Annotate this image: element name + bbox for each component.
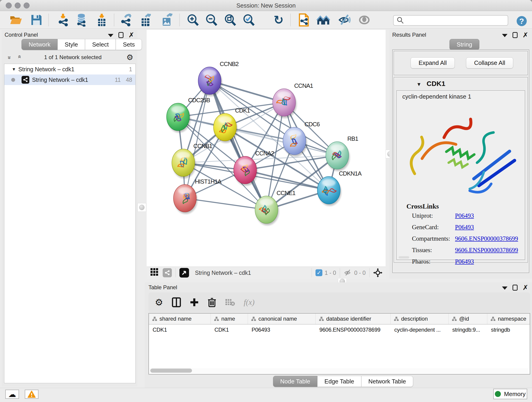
zoom-in-button[interactable] [186, 13, 200, 27]
table-options-gear-icon[interactable]: ⚙ [155, 297, 163, 307]
node-CDKN1A[interactable]: CDKN1A [317, 170, 362, 206]
column-header-databaseidentifier[interactable]: database identifier [316, 313, 391, 324]
tab-style[interactable]: Style [57, 39, 85, 50]
column-header-sharedname[interactable]: shared name [149, 313, 211, 324]
control-panel-menu-icon[interactable] [108, 34, 114, 37]
table-panel-menu-icon[interactable] [502, 287, 507, 290]
cloud-status-button[interactable]: ☁ [5, 390, 19, 399]
memory-label: Memory [504, 390, 526, 398]
title-bar: Session: New Session [0, 0, 532, 11]
left-splitter-handle[interactable] [138, 203, 146, 212]
crosslink-row: Compartments:9606.ENSP00000378699 [412, 235, 520, 242]
node-CCNE1[interactable]: CCNE1 [255, 190, 296, 225]
node-CCNA1[interactable]: CCNA1 [273, 82, 313, 118]
column-type-icon [214, 317, 219, 321]
selected-checkbox-icon[interactable]: ✓ [316, 269, 322, 276]
network-row[interactable]: String Network – cdk1 11 48 [4, 75, 135, 85]
table-cell[interactable]: P06493 [248, 325, 316, 335]
import-network-file-button[interactable] [57, 13, 71, 27]
expand-all-button[interactable]: Expand All [411, 57, 455, 69]
tab-network-table[interactable]: Network Table [361, 376, 413, 387]
results-panel-close-icon[interactable]: ✗ [523, 32, 528, 38]
hidden-eye-slash-icon[interactable] [344, 269, 352, 276]
edge-CCNB2-CCNE1[interactable] [210, 81, 266, 210]
results-hscrollbar-thumb[interactable] [399, 256, 409, 259]
table-cell[interactable]: stringdb [487, 325, 530, 335]
zoom-out-button[interactable] [204, 13, 218, 27]
column-header-namespace[interactable]: namespace [487, 313, 530, 324]
save-session-button[interactable] [29, 13, 44, 27]
table-row[interactable]: CDK1CDK1P064939606.ENSP00000378699cyclin… [149, 325, 530, 335]
tab-node-table[interactable]: Node Table [273, 376, 317, 387]
memory-button[interactable]: Memory [493, 389, 527, 399]
collection-disclosure-icon[interactable]: ▾ [13, 66, 15, 72]
results-panel-float-icon[interactable] [513, 32, 518, 38]
control-panel-float-icon[interactable] [119, 32, 123, 38]
zoom-selected-button[interactable] [241, 13, 256, 27]
table-hscrollbar[interactable] [149, 368, 529, 373]
collection-count: 1 [129, 66, 132, 73]
control-panel-close-icon[interactable]: ✗ [128, 32, 134, 38]
open-session-button[interactable] [9, 13, 23, 27]
hide-selection-button[interactable] [337, 13, 352, 27]
table-cell[interactable]: stringdb:9... [449, 325, 487, 335]
tab-edge-table[interactable]: Edge Table [317, 376, 361, 387]
column-header-name[interactable]: name [211, 313, 248, 324]
warnings-button[interactable] [25, 390, 38, 399]
tab-sets[interactable]: Sets [116, 39, 142, 50]
delete-column-trash-icon[interactable] [208, 297, 216, 307]
import-network-database-button[interactable] [75, 13, 89, 27]
node-RB1[interactable]: RB1 [326, 135, 358, 171]
collapse-all-button[interactable]: Collapse All [466, 57, 513, 69]
expand-all-networks-icon[interactable]: » [16, 56, 23, 58]
first-neighbors-button[interactable] [317, 13, 331, 27]
table-cell[interactable]: cyclin-dependent ... [391, 325, 449, 335]
gene-disclosure-icon[interactable]: ▾ [418, 81, 420, 88]
zoom-fit-button[interactable] [223, 13, 237, 27]
crosslink-value-link[interactable]: P06493 [455, 212, 474, 219]
network-options-gear-icon[interactable]: ⚙ [127, 53, 133, 62]
function-builder-icon[interactable]: f(x) [244, 298, 254, 307]
table-panel-close-icon[interactable]: ✗ [523, 285, 528, 291]
node-CDK1[interactable]: CDK1 [214, 107, 250, 143]
add-column-icon[interactable] [190, 298, 199, 307]
node-CCNB2[interactable]: CCNB2 [198, 61, 239, 96]
delete-table-icon[interactable] [225, 298, 235, 306]
collapse-all-networks-icon[interactable]: » [6, 56, 13, 58]
table-cell[interactable]: 9606.ENSP00000378699 [316, 325, 391, 335]
crosslink-value-link[interactable]: 9606.ENSP00000378699 [455, 247, 518, 254]
column-header-description[interactable]: description [391, 313, 449, 324]
results-panel-menu-icon[interactable] [502, 34, 507, 37]
crosslink-value-link[interactable]: P06493 [455, 224, 474, 231]
tab-select[interactable]: Select [85, 39, 116, 50]
export-network-button[interactable] [120, 13, 134, 27]
import-table-file-button[interactable] [95, 13, 109, 27]
pan-crosshair-icon[interactable] [373, 268, 382, 277]
help-button[interactable]: ? [517, 16, 527, 26]
crosslink-value-link[interactable]: 9606.ENSP00000378699 [455, 235, 518, 242]
apply-layout-button[interactable]: ↻ [272, 13, 286, 27]
column-header-id[interactable]: @id [449, 313, 487, 324]
table-panel-title: Table Panel [148, 284, 177, 291]
network-canvas[interactable]: CCNB2CCNA1CDC25BCDK1CDC6RB1CCNB1CCNA2CDK… [147, 30, 386, 267]
network-share-icon[interactable] [163, 268, 172, 277]
table-cell[interactable]: CDK1 [149, 325, 211, 335]
show-columns-icon[interactable] [172, 297, 181, 307]
table-cell[interactable]: CDK1 [211, 325, 248, 335]
node-HIST1H1A[interactable]: HIST1H1A [173, 178, 222, 214]
node-CDC6[interactable]: CDC6 [283, 121, 320, 157]
open-in-window-icon[interactable] [179, 268, 189, 278]
export-table-button[interactable] [139, 13, 153, 27]
show-all-button[interactable] [357, 13, 371, 27]
search-input[interactable] [404, 17, 508, 24]
column-header-canonicalname[interactable]: canonical name [248, 313, 316, 324]
tab-network[interactable]: Network [22, 39, 57, 50]
crosslink-value-link[interactable]: P06493 [455, 258, 474, 265]
column-type-icon [394, 317, 399, 321]
birdseye-grid-icon[interactable] [150, 268, 158, 278]
export-image-button[interactable] [160, 13, 174, 27]
tab-string[interactable]: String [450, 39, 479, 50]
network-from-selection-button[interactable] [297, 13, 311, 27]
table-panel-float-icon[interactable] [513, 285, 518, 291]
network-collection-row[interactable]: ▾ String Network – cdk1 1 [4, 64, 135, 75]
